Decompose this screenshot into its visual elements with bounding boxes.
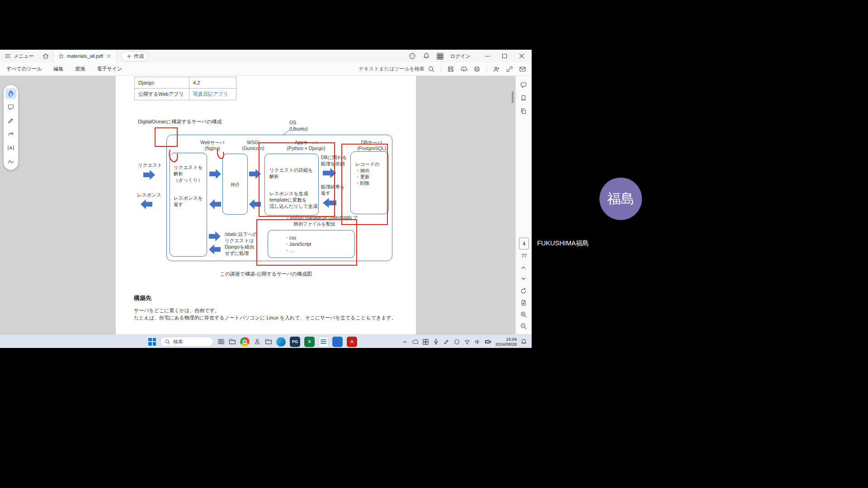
- bookmarks-panel-icon[interactable]: [520, 94, 527, 102]
- microphone-icon[interactable]: [433, 338, 439, 345]
- photos-app-icon[interactable]: [332, 337, 343, 347]
- draw-tool-button[interactable]: [5, 129, 16, 140]
- ink-signature-icon: [7, 158, 14, 165]
- weather-cloud-icon[interactable]: [412, 338, 419, 345]
- chrome-icon[interactable]: [240, 337, 250, 347]
- page-total-label: 77: [516, 253, 532, 258]
- divider: [441, 66, 441, 73]
- toolbar-search[interactable]: テキストまたはツールを検索: [359, 66, 435, 73]
- close-window-icon[interactable]: [518, 52, 525, 60]
- scrollbar-thumb[interactable]: [512, 91, 514, 103]
- login-button[interactable]: ログイン: [450, 53, 471, 60]
- zoom-out-icon[interactable]: [520, 323, 527, 330]
- acrobat-toolbar: すべてのツール 編集 変換 電子サイン テキストまたはツールを検索: [0, 62, 532, 76]
- spec-table: Django 4.2 公開するWebアプリ 写真日記アプリ: [134, 77, 236, 100]
- photo-diary-link[interactable]: 写真日記アプリ: [189, 91, 236, 98]
- rotate-refresh-icon[interactable]: [520, 287, 527, 295]
- search-icon: [165, 339, 170, 345]
- pgadmin-icon[interactable]: PG: [290, 337, 300, 347]
- window-controls: [484, 52, 528, 60]
- static-route-text: /static 以下への リクエストは Djangoを経由 せずに処理: [225, 231, 258, 256]
- start-button[interactable]: [148, 338, 156, 346]
- comments-panel-icon[interactable]: [520, 81, 527, 89]
- hand-tool-button[interactable]: [5, 88, 16, 99]
- sign-tool-button[interactable]: [5, 156, 16, 167]
- star-icon: [58, 53, 64, 59]
- text-select-tool-button[interactable]: [5, 142, 16, 153]
- table-row: 公開するWebアプリ 写真日記アプリ: [134, 89, 236, 100]
- menu-label: メニュー: [14, 53, 34, 60]
- acrobat-icon[interactable]: A: [347, 337, 357, 347]
- document-tab[interactable]: materials_all.pdf: [53, 50, 117, 62]
- search-hint: テキストまたはツールを検索: [359, 66, 425, 72]
- document-app-icon[interactable]: [319, 337, 328, 347]
- menu-esign[interactable]: 電子サイン: [97, 66, 123, 72]
- file-explorer-icon[interactable]: [229, 338, 236, 345]
- body-paragraph: たとえば、自宅にある物理的に存在するノートパソコンに Linux を入れて、そこ…: [134, 314, 396, 321]
- cloud-upload-icon[interactable]: [460, 66, 467, 73]
- menu-edit[interactable]: 編集: [54, 66, 64, 72]
- email-icon[interactable]: [519, 66, 526, 73]
- create-button[interactable]: 作成: [121, 51, 149, 61]
- clock-date: 2024/08/28: [495, 342, 517, 347]
- folder-icon[interactable]: [265, 338, 272, 345]
- page-number-input[interactable]: 4: [519, 238, 529, 249]
- battery-icon[interactable]: [485, 338, 491, 345]
- nginx-response-text: レスポンスを 返す: [174, 195, 203, 207]
- next-page-icon[interactable]: [520, 275, 527, 282]
- apps-grid-icon[interactable]: [437, 53, 443, 60]
- export-page-icon[interactable]: [520, 299, 527, 306]
- red-annotation-rect: [155, 127, 178, 147]
- red-annotation-rect: [341, 144, 388, 225]
- hamburger-icon: [4, 52, 11, 60]
- pen-input-icon[interactable]: [443, 338, 450, 345]
- help-icon[interactable]: ?: [409, 52, 416, 60]
- print-icon[interactable]: [473, 66, 481, 73]
- minimize-icon[interactable]: [484, 52, 491, 60]
- divider: [486, 66, 487, 73]
- document-viewport: Django 4.2 公開するWebアプリ 写真日記アプリ DigitalOce…: [0, 76, 532, 334]
- previous-page-icon[interactable]: [520, 264, 527, 271]
- gunicorn-box: 仲介: [222, 154, 248, 215]
- gunicorn-text: 仲介: [223, 181, 247, 188]
- wifi-icon[interactable]: [464, 338, 471, 345]
- pages-panel-icon[interactable]: [520, 108, 527, 115]
- add-user-icon[interactable]: [493, 66, 500, 73]
- tray-grid-icon[interactable]: [422, 338, 429, 345]
- table-cell-value: 4.2: [189, 80, 236, 85]
- red-annotation-rect: [256, 219, 357, 266]
- taskbar-clock[interactable]: 15:09 2024/08/28: [495, 337, 517, 347]
- menu-convert[interactable]: 変換: [75, 66, 85, 72]
- plus-icon: [126, 53, 132, 59]
- save-icon[interactable]: [447, 66, 454, 73]
- menu-button[interactable]: メニュー: [0, 50, 38, 62]
- task-view-icon[interactable]: [217, 338, 225, 345]
- people-icon[interactable]: [254, 338, 261, 345]
- link-icon[interactable]: [506, 66, 513, 73]
- zoom-in-icon[interactable]: [520, 311, 527, 318]
- notifications-bell-icon[interactable]: [423, 52, 430, 60]
- highlight-tool-button[interactable]: [5, 115, 16, 126]
- menu-all-tools[interactable]: すべてのツール: [6, 66, 42, 72]
- text-select-icon: [7, 144, 14, 151]
- search-icon: [428, 66, 435, 73]
- excel-icon[interactable]: X: [304, 337, 315, 347]
- volume-icon[interactable]: [474, 338, 481, 345]
- excel-label: X: [308, 339, 311, 344]
- tab-close-icon[interactable]: [106, 53, 112, 59]
- request-label: リクエスト: [138, 162, 162, 168]
- home-button[interactable]: [38, 50, 53, 62]
- notification-center-icon[interactable]: [520, 338, 527, 345]
- maximize-icon[interactable]: [501, 52, 508, 60]
- comment-tool-button[interactable]: [5, 102, 16, 113]
- tray-chevron-up-icon[interactable]: [401, 338, 408, 345]
- pen-icon: [7, 117, 14, 124]
- participant-avatar: 福島: [599, 178, 642, 220]
- diagram-intro-label: DigitalOceanに構築するサーバの構成: [138, 118, 222, 125]
- red-annotation-rect: [259, 142, 335, 217]
- status-dot-icon[interactable]: [453, 338, 460, 345]
- edge-icon[interactable]: [276, 337, 286, 347]
- taskbar-search[interactable]: 検索: [160, 337, 213, 347]
- hand-icon: [7, 90, 14, 97]
- comment-icon: [7, 103, 14, 111]
